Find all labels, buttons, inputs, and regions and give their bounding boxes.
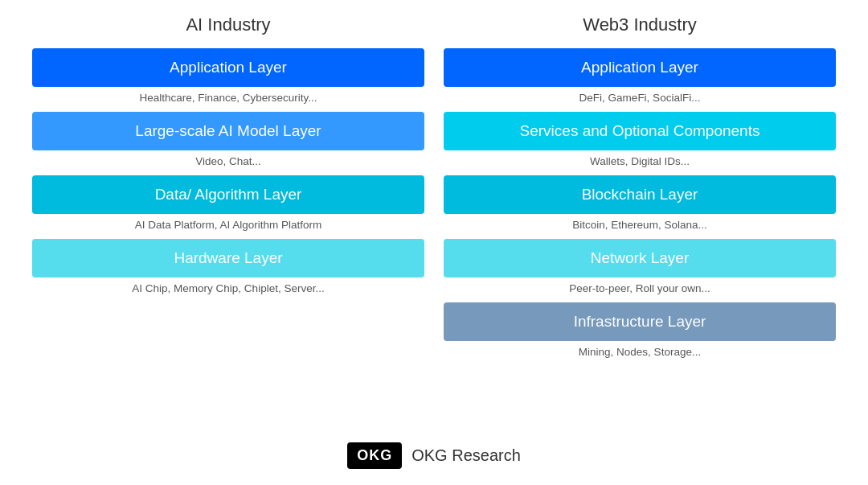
w3-infrastructure-subtitle: Mining, Nodes, Storage... [444,346,836,358]
footer: OKG OKG Research [347,442,521,469]
ai-application-block: Application Layer Healthcare, Finance, C… [32,48,424,104]
okg-logo: OKG [347,442,402,469]
w3-infrastructure-block: Infrastructure Layer Mining, Nodes, Stor… [444,302,836,358]
w3-services-subtitle: Wallets, Digital IDs... [444,155,836,167]
ai-model-block: Large-scale AI Model Layer Video, Chat..… [32,112,424,167]
main-container: AI Industry Application Layer Healthcare… [0,0,868,485]
w3-blockchain-block: Blockchain Layer Bitcoin, Ethereum, Sola… [444,175,836,231]
ai-application-bar: Application Layer [32,48,424,87]
ai-model-subtitle: Video, Chat... [32,155,424,167]
ai-model-label: Large-scale AI Model Layer [135,122,321,139]
w3-services-label: Services and Optional Components [520,122,760,139]
ai-hardware-bar: Hardware Layer [32,239,424,277]
columns-wrapper: AI Industry Application Layer Healthcare… [32,14,836,436]
w3-network-subtitle: Peer-to-peer, Roll your own... [444,282,836,294]
web3-industry-column: Web3 Industry Application Layer DeFi, Ga… [444,14,836,436]
w3-application-label: Application Layer [581,59,698,76]
ai-model-bar: Large-scale AI Model Layer [32,112,424,150]
w3-application-block: Application Layer DeFi, GameFi, SocialFi… [444,48,836,104]
ai-industry-column: AI Industry Application Layer Healthcare… [32,14,424,436]
w3-application-subtitle: DeFi, GameFi, SocialFi... [444,92,836,104]
ai-data-bar: Data/ Algorithm Layer [32,175,424,214]
web3-industry-title: Web3 Industry [583,14,696,35]
w3-services-block: Services and Optional Components Wallets… [444,112,836,167]
w3-infrastructure-label: Infrastructure Layer [574,313,706,330]
w3-infrastructure-bar: Infrastructure Layer [444,302,836,341]
ai-data-block: Data/ Algorithm Layer AI Data Platform, … [32,175,424,231]
ai-application-subtitle: Healthcare, Finance, Cybersecurity... [32,92,424,104]
w3-blockchain-bar: Blockchain Layer [444,175,836,214]
w3-blockchain-label: Blockchain Layer [582,186,698,203]
logo-text: OKG [357,447,392,463]
ai-hardware-subtitle: AI Chip, Memory Chip, Chiplet, Server... [32,282,424,294]
w3-services-bar: Services and Optional Components [444,112,836,150]
w3-blockchain-subtitle: Bitcoin, Ethereum, Solana... [444,219,836,231]
ai-application-label: Application Layer [170,59,287,76]
ai-hardware-block: Hardware Layer AI Chip, Memory Chip, Chi… [32,239,424,294]
ai-hardware-label: Hardware Layer [174,249,282,266]
ai-data-label: Data/ Algorithm Layer [155,186,302,203]
w3-network-bar: Network Layer [444,239,836,277]
ai-data-subtitle: AI Data Platform, AI Algorithm Platform [32,219,424,231]
w3-network-label: Network Layer [591,249,690,266]
ai-industry-title: AI Industry [186,14,270,35]
w3-application-bar: Application Layer [444,48,836,87]
w3-network-block: Network Layer Peer-to-peer, Roll your ow… [444,239,836,294]
brand-text: OKG Research [411,446,521,465]
